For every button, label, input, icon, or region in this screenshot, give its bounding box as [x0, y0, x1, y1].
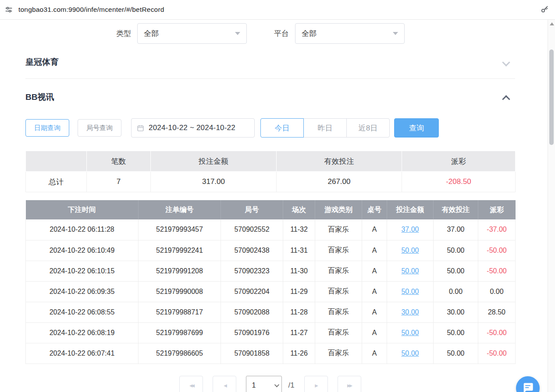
bet-amount-link[interactable]: 50.00: [401, 350, 419, 357]
type-filter-label: 类型: [116, 28, 131, 39]
cell-payout: -37.00: [478, 219, 516, 240]
summary-header-bet-amount: 投注金额: [151, 151, 277, 172]
summary-total-label: 总计: [26, 172, 87, 192]
summary-count-value: 7: [87, 172, 151, 192]
chat-support-button[interactable]: [516, 376, 540, 392]
next-page-button[interactable]: ▸: [304, 376, 328, 392]
bb-video-title: BB视讯: [25, 92, 54, 103]
cell-game-type: 百家乐: [315, 302, 362, 322]
pagination: ◂◂ ◂ 1 /1 ▸ ▸▸: [25, 376, 515, 392]
cell-round-no: 570902088: [221, 302, 283, 322]
chevron-down-icon: [235, 32, 240, 35]
cell-valid-bet: 50.00: [434, 240, 478, 261]
cell-payout: 28.50: [478, 302, 516, 322]
cell-round-no: 570901858: [221, 343, 283, 364]
url-text[interactable]: tongbao31.com:9900/infe/mcenter/#/betRec…: [18, 6, 539, 14]
page-select-value: 1: [252, 381, 256, 389]
table-row: 2024-10-22 06:07:41 521979986605 5709018…: [26, 343, 516, 364]
header-bet-no: 注单编号: [139, 200, 221, 219]
round-query-button[interactable]: 局号查询: [78, 119, 121, 137]
password-key-icon[interactable]: [539, 4, 550, 15]
cell-bet-no: 521979988717: [139, 302, 221, 322]
cell-table-no: A: [362, 261, 387, 281]
date-range-picker[interactable]: 2024-10-22 ~ 2024-10-22: [131, 118, 255, 138]
chat-icon: [522, 381, 534, 392]
bet-amount-link[interactable]: 50.00: [401, 267, 419, 275]
header-table-no: 桌号: [362, 200, 387, 219]
bet-record-page: 类型 全部 平台 全部 皇冠体育 BB视讯 日期查询 局号查询: [0, 20, 548, 392]
header-round-no: 局号: [221, 200, 283, 219]
cell-bet-no: 521979992241: [139, 240, 221, 261]
today-button[interactable]: 今日: [260, 118, 304, 138]
chevron-up-icon[interactable]: [502, 95, 510, 103]
cell-game-type: 百家乐: [315, 343, 362, 364]
table-row: 2024-10-22 06:11:28 521979993457 5709025…: [26, 219, 516, 240]
browser-address-bar: tongbao31.com:9900/infe/mcenter/#/betRec…: [0, 0, 555, 20]
summary-table: 笔数 投注金额 有效投注 派彩 总计 7 317.00 267.00 -208.…: [25, 151, 516, 192]
last-8-days-button[interactable]: 近8日: [346, 118, 390, 138]
summary-bet-amount-value: 317.00: [151, 172, 277, 192]
summary-total-row: 总计 7 317.00 267.00 -208.50: [26, 172, 516, 192]
cell-payout: -50.00: [478, 240, 516, 261]
cell-bet-amount: 50.00: [387, 322, 434, 343]
cell-session: 11-29: [283, 281, 315, 302]
quick-date-group: 今日 昨日 近8日: [260, 118, 390, 138]
scroll-up-arrow-icon[interactable]: [550, 22, 554, 25]
first-page-button[interactable]: ◂◂: [179, 376, 203, 392]
cell-table-no: A: [362, 240, 387, 261]
summary-valid-bet-value: 267.00: [277, 172, 402, 192]
filter-row: 类型 全部 平台 全部: [116, 23, 515, 44]
calendar-icon: [137, 124, 144, 132]
yesterday-button[interactable]: 昨日: [303, 118, 347, 138]
query-button[interactable]: 查询: [394, 118, 439, 138]
section-crown-sports[interactable]: 皇冠体育: [25, 54, 515, 70]
cell-table-no: A: [362, 219, 387, 240]
chevron-down-icon[interactable]: [502, 58, 510, 66]
chevron-down-icon: [393, 32, 398, 35]
bet-table-header-row: 下注时间 注单编号 局号 场次 游戏类别 桌号 投注金额 有效投注 派彩: [26, 200, 516, 219]
cell-game-type: 百家乐: [315, 261, 362, 281]
bet-amount-link[interactable]: 30.00: [401, 308, 419, 316]
bet-amount-link[interactable]: 50.00: [401, 247, 419, 254]
summary-header-count: 笔数: [87, 151, 151, 172]
cell-valid-bet: 50.00: [434, 261, 478, 281]
last-page-button[interactable]: ▸▸: [338, 376, 361, 392]
cell-bet-time: 2024-10-22 06:10:49: [26, 240, 139, 261]
cell-bet-time: 2024-10-22 06:10:15: [26, 261, 139, 281]
section-bb-video[interactable]: BB视讯: [25, 89, 515, 105]
table-row: 2024-10-22 06:08:19 521979987699 5709019…: [26, 322, 516, 343]
prev-page-button[interactable]: ◂: [213, 376, 236, 392]
cell-bet-no: 521979987699: [139, 322, 221, 343]
site-info-icon[interactable]: [4, 4, 14, 15]
vertical-scrollbar[interactable]: [548, 20, 555, 392]
bet-table-body: 2024-10-22 06:11:28 521979993457 5709025…: [26, 219, 516, 364]
cell-bet-no: 521979993457: [139, 219, 221, 240]
cell-game-type: 百家乐: [315, 240, 362, 261]
cell-valid-bet: 50.00: [434, 322, 478, 343]
header-game-type: 游戏类别: [315, 200, 362, 219]
platform-filter-label: 平台: [274, 28, 289, 39]
scrollbar-thumb[interactable]: [549, 49, 554, 145]
cell-table-no: A: [362, 302, 387, 322]
cell-payout: -50.00: [478, 261, 516, 281]
header-bet-amount: 投注金额: [387, 200, 434, 219]
bet-amount-link[interactable]: 50.00: [401, 329, 419, 336]
type-filter-select[interactable]: 全部: [137, 23, 247, 44]
cell-session: 11-31: [283, 240, 315, 261]
bet-record-table: 下注时间 注单编号 局号 场次 游戏类别 桌号 投注金额 有效投注 派彩 202…: [25, 200, 516, 364]
cell-bet-amount: 50.00: [387, 343, 434, 364]
summary-header-valid-bet: 有效投注: [277, 151, 402, 172]
cell-game-type: 百家乐: [315, 219, 362, 240]
cell-valid-bet: 50.00: [434, 343, 478, 364]
cell-session: 11-28: [283, 302, 315, 322]
cell-valid-bet: 0.00: [434, 281, 478, 302]
cell-game-type: 百家乐: [315, 281, 362, 302]
page-select[interactable]: 1: [246, 376, 282, 392]
cell-bet-no: 521979991208: [139, 261, 221, 281]
date-range-value: 2024-10-22 ~ 2024-10-22: [149, 124, 235, 132]
cell-bet-amount: 30.00: [387, 302, 434, 322]
platform-filter-select[interactable]: 全部: [295, 23, 405, 44]
date-query-button[interactable]: 日期查询: [25, 119, 69, 137]
bet-amount-link[interactable]: 37.00: [401, 226, 419, 233]
bet-amount-link[interactable]: 50.00: [401, 288, 419, 295]
